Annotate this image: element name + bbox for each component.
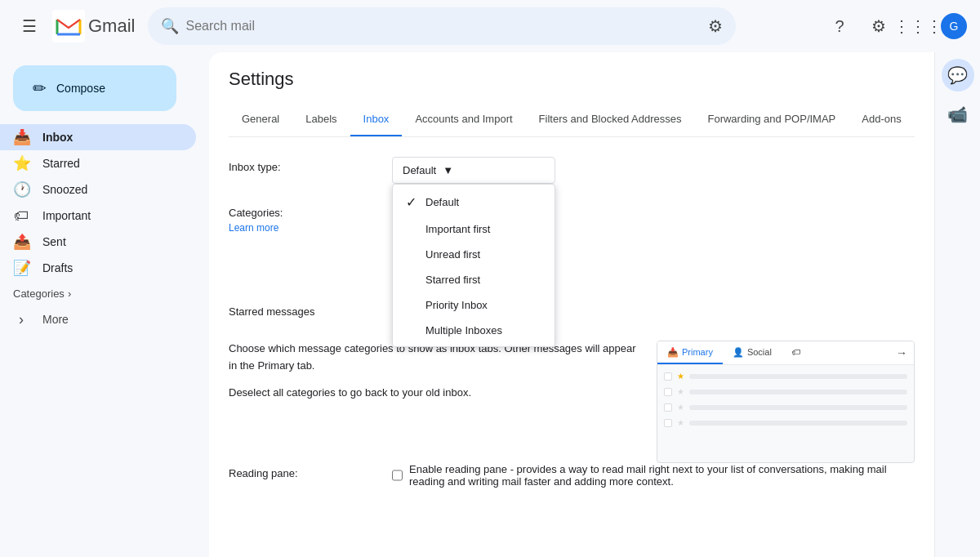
inbox-type-content: Default ▼ ✓ Default Important first: [392, 157, 915, 184]
enable-reading-pane-label: Enable reading pane: [409, 463, 507, 475]
inbox-option-important-first[interactable]: Important first: [393, 216, 555, 242]
sidebar-item-drafts[interactable]: 📝 Drafts: [0, 255, 196, 281]
description-preview-row: Choose which message categories to show …: [229, 341, 915, 463]
settings-button[interactable]: ⚙: [862, 10, 895, 42]
menu-icon[interactable]: ☰: [13, 10, 46, 42]
sent-icon: 📤: [13, 233, 29, 251]
preview-row-3: ★: [657, 399, 914, 415]
preview-line: [689, 405, 907, 410]
inbox-type-label: Inbox type:: [229, 161, 281, 173]
categories-section-label: Categories ›: [0, 281, 209, 306]
categories-label-col: Categories: Learn more: [229, 203, 392, 282]
reading-pane-checkbox-label[interactable]: Enable reading pane - provides a way to …: [409, 463, 915, 488]
inbox-type-menu: ✓ Default Important first Unread first: [392, 184, 555, 347]
preview-star-empty: ★: [677, 403, 684, 412]
search-bar[interactable]: 🔍 ⚙: [148, 7, 736, 45]
tab-labels[interactable]: Labels: [292, 103, 350, 137]
sidebar-item-starred[interactable]: ⭐ Starred: [0, 150, 196, 176]
settings-tabs: General Labels Inbox Accounts and Import…: [229, 103, 915, 137]
deselect-description: Deselect all categories to go back to yo…: [229, 385, 637, 402]
option-label: Default: [425, 196, 459, 208]
preview-row-1: ★: [657, 368, 914, 384]
inbox-type-label-col: Inbox type:: [229, 157, 392, 184]
sidebar-item-important[interactable]: 🏷 Important: [0, 203, 196, 229]
option-label: Unread first: [425, 248, 480, 261]
preview-tab-social: 👤 Social: [723, 341, 782, 364]
sidebar-item-label: Inbox: [42, 131, 183, 144]
inbox-type-dropdown-wrapper: Default ▼ ✓ Default Important first: [392, 157, 555, 184]
sidebar-item-label: Sent: [42, 235, 183, 248]
inbox-type-dropdown[interactable]: Default ▼: [392, 157, 555, 184]
snoozed-icon: 🕐: [13, 180, 29, 198]
sidebar-item-sent[interactable]: 📤 Sent: [0, 229, 196, 255]
option-label: Starred first: [425, 274, 480, 286]
check-icon: ✓: [406, 194, 419, 210]
settings-body: Inbox type: Default ▼ ✓ Default: [209, 137, 934, 533]
descriptions-col: Choose which message categories to show …: [229, 341, 637, 463]
preview-line: [689, 390, 907, 394]
inbox-option-priority[interactable]: Priority Inbox: [393, 292, 555, 318]
apps-button[interactable]: ⋮⋮⋮: [902, 10, 934, 42]
more-label: More: [42, 313, 69, 326]
preview-row-4: ★: [657, 415, 914, 430]
preview-tab-social-label: Social: [747, 347, 772, 357]
preview-arrow-icon: →: [889, 341, 914, 364]
app-layout: ✏ Compose 📥 Inbox ⭐ Starred 🕐 Snoozed 🏷 …: [0, 52, 980, 557]
tab-inbox[interactable]: Inbox: [350, 103, 403, 137]
reading-pane-label-col: Reading pane:: [229, 463, 392, 494]
starred-label-col: Starred messages: [229, 301, 392, 321]
avatar[interactable]: G: [941, 13, 967, 39]
compose-button[interactable]: ✏ Compose: [13, 65, 176, 111]
starred-messages-row: Starred messages Include starred in Prim…: [229, 301, 915, 321]
drafts-icon: 📝: [13, 259, 29, 277]
categories-label: Categories:: [229, 207, 392, 219]
inbox-icon: 📥: [13, 128, 29, 146]
reading-pane-row: Reading pane: Enable reading pane - prov…: [229, 463, 915, 494]
more-icon: ›: [13, 311, 29, 328]
sidebar-item-label: Important: [42, 209, 183, 222]
logo-text: Gmail: [88, 16, 135, 37]
preview-star-empty: ★: [677, 387, 684, 396]
search-input[interactable]: [185, 19, 702, 33]
search-options-icon[interactable]: ⚙: [708, 16, 723, 36]
preview-checkbox: [664, 419, 672, 427]
preview-star: ★: [677, 372, 684, 381]
inbox-type-value: Default: [403, 164, 436, 176]
inbox-option-starred-first[interactable]: Starred first: [393, 267, 555, 292]
sidebar-item-label: Starred: [42, 157, 183, 170]
topbar-right: ? ⚙ ⋮⋮⋮ G: [823, 10, 967, 42]
enable-reading-pane-row: Enable reading pane - provides a way to …: [392, 463, 915, 488]
learn-more-link[interactable]: Learn more: [229, 222, 392, 234]
inbox-type-row: Inbox type: Default ▼ ✓ Default: [229, 157, 915, 184]
tab-filters[interactable]: Filters and Blocked Addresses: [526, 103, 695, 137]
preview-checkbox: [664, 403, 672, 412]
preview-tab-primary-label: Primary: [682, 347, 713, 357]
preview-tab-extra-icon: 🏷: [791, 347, 800, 357]
sidebar-item-label: Drafts: [42, 261, 183, 274]
chat-panel-button[interactable]: 💬: [942, 59, 974, 91]
tab-accounts[interactable]: Accounts and Import: [402, 103, 525, 137]
more-button[interactable]: › More: [0, 306, 209, 332]
sidebar-item-snoozed[interactable]: 🕐 Snoozed: [0, 176, 196, 203]
preview-line: [689, 421, 907, 426]
support-button[interactable]: ?: [823, 10, 856, 42]
right-panel: 💬 📹: [934, 52, 980, 557]
categories-row: Categories: Learn more Social Promotions: [229, 203, 915, 282]
inbox-option-unread-first[interactable]: Unread first: [393, 242, 555, 267]
tab-general[interactable]: General: [229, 103, 292, 137]
tab-forwarding[interactable]: Forwarding and POP/IMAP: [694, 103, 849, 137]
categories-expand-icon: ›: [68, 287, 71, 300]
preview-tabs: 📥 Primary 👤 Social 🏷 →: [657, 341, 914, 365]
sidebar-item-inbox[interactable]: 📥 Inbox: [0, 124, 196, 150]
search-icon: 🔍: [161, 17, 179, 35]
preview-star-empty: ★: [677, 418, 684, 427]
inbox-option-multiple[interactable]: Multiple Inboxes: [393, 318, 555, 343]
reading-pane-label: Reading pane:: [229, 467, 298, 479]
inbox-option-default[interactable]: ✓ Default: [393, 188, 555, 216]
starred-label: Starred messages: [229, 305, 315, 318]
preview-checkbox: [664, 388, 672, 396]
tab-addons[interactable]: Add-ons: [849, 103, 914, 137]
preview-row-2: ★: [657, 384, 914, 399]
meet-panel-button[interactable]: 📹: [942, 98, 974, 131]
reading-pane-checkbox[interactable]: [392, 469, 403, 482]
